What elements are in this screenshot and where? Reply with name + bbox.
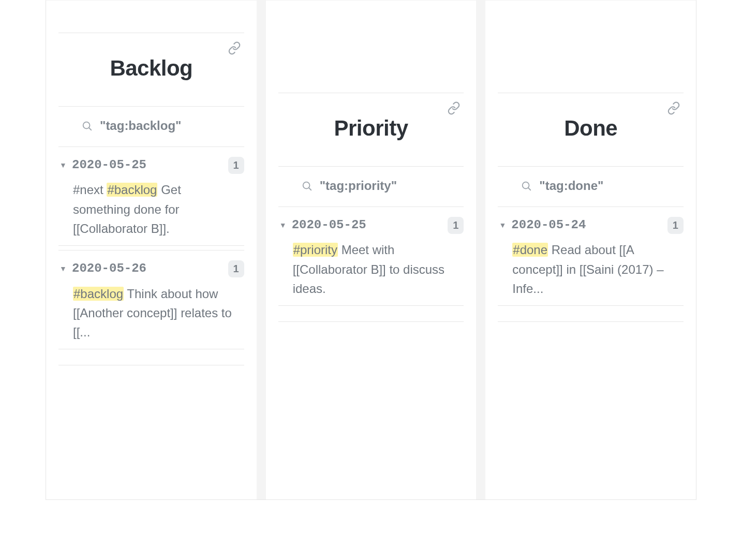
search-query-row[interactable]: "tag:done": [498, 166, 684, 202]
group-date: 2020-05-25: [292, 216, 444, 234]
result-note[interactable]: #backlog Think about how [[Another conce…: [58, 281, 244, 342]
result-group: ▼ 2020-05-24 1 #done Read about [[A conc…: [498, 207, 684, 306]
column-backlog: Backlog "tag:backlog" ▼ 2020-05-25 1 #ne…: [46, 1, 257, 499]
svg-line-5: [529, 188, 531, 190]
search-query-row[interactable]: "tag:priority": [278, 166, 464, 202]
search-query-text: "tag:priority": [320, 177, 397, 195]
note-text-pre: #next: [73, 183, 107, 197]
kanban-board: Backlog "tag:backlog" ▼ 2020-05-25 1 #ne…: [46, 0, 696, 500]
column-header: Backlog: [58, 33, 244, 106]
svg-point-0: [83, 122, 90, 129]
result-group: ▼ 2020-05-25 1 #priority Meet with [[Col…: [278, 207, 464, 306]
result-count-badge: 1: [448, 217, 464, 234]
svg-point-4: [523, 182, 529, 189]
chevron-down-icon: ▼: [278, 220, 288, 230]
tag-highlight: #backlog: [73, 287, 124, 301]
result-count-badge: 1: [228, 260, 244, 277]
result-group-header[interactable]: ▼ 2020-05-24 1: [498, 212, 684, 238]
divider: [58, 365, 244, 365]
tag-highlight: #backlog: [107, 183, 157, 197]
chevron-down-icon: ▼: [58, 263, 68, 274]
divider: [498, 321, 684, 322]
divider: [278, 321, 464, 322]
result-note[interactable]: #next #backlog Get something done for [[…: [58, 177, 244, 238]
result-note[interactable]: #priority Meet with [[Collaborator B]] t…: [278, 237, 464, 298]
group-date: 2020-05-25: [72, 156, 224, 174]
column-priority: Priority "tag:priority" ▼ 2020-05-25 1 #…: [266, 1, 477, 499]
column-header: Priority: [278, 93, 464, 166]
search-icon: [301, 180, 313, 191]
result-group-header[interactable]: ▼ 2020-05-25 1: [58, 152, 244, 178]
result-note[interactable]: #done Read about [[A concept]] in [[Sain…: [498, 237, 684, 298]
search-icon: [521, 180, 532, 191]
search-icon: [81, 120, 93, 131]
result-group: ▼ 2020-05-25 1 #next #backlog Get someth…: [58, 146, 244, 246]
group-date: 2020-05-26: [72, 260, 224, 278]
column-title: Done: [564, 93, 617, 161]
link-icon[interactable]: [228, 41, 241, 55]
column-title: Backlog: [110, 33, 192, 101]
chevron-down-icon: ▼: [498, 220, 507, 230]
column-title: Priority: [334, 93, 408, 161]
search-query-text: "tag:backlog": [100, 117, 181, 135]
search-query-text: "tag:done": [539, 177, 603, 195]
result-group-header[interactable]: ▼ 2020-05-25 1: [278, 212, 464, 238]
result-group-header[interactable]: ▼ 2020-05-26 1: [58, 256, 244, 281]
svg-line-1: [89, 128, 91, 130]
search-query-row[interactable]: "tag:backlog": [58, 106, 244, 142]
chevron-down-icon: ▼: [58, 160, 68, 170]
tag-highlight: #priority: [293, 243, 338, 257]
link-icon[interactable]: [447, 101, 461, 115]
result-group: ▼ 2020-05-26 1 #backlog Think about how …: [58, 250, 244, 349]
result-count-badge: 1: [667, 217, 684, 234]
column-header: Done: [498, 93, 684, 166]
svg-point-2: [303, 182, 309, 189]
tag-highlight: #done: [512, 243, 548, 257]
column-done: Done "tag:done" ▼ 2020-05-24 1 #done Rea…: [485, 1, 696, 499]
link-icon[interactable]: [667, 101, 680, 115]
result-count-badge: 1: [228, 157, 244, 174]
group-date: 2020-05-24: [511, 216, 663, 234]
svg-line-3: [309, 188, 311, 190]
